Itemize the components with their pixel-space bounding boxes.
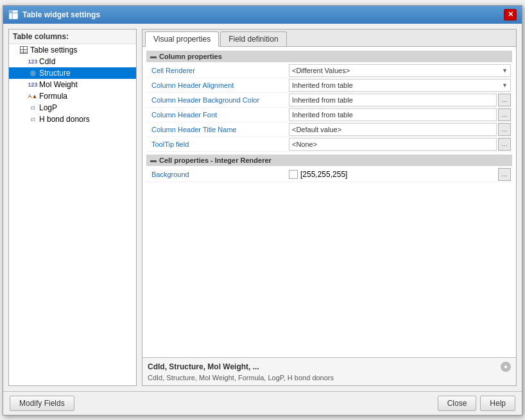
dropdown-arrow-icon: ▼ [502,67,508,74]
cdid-icon: 123 [28,58,37,65]
browse-btn-col-header-bg[interactable]: … [498,94,511,106]
section-toggle-column[interactable]: ▬ [150,53,157,60]
tree-item-label: CdId [39,57,55,66]
col-header-bg-value: Inherited from table [289,94,497,106]
tree-item-logp[interactable]: ct LogP [9,102,136,113]
tree-item-cdid[interactable]: 123 CdId [9,56,136,67]
tree-item-label: Mol Weight [39,80,78,89]
prop-value-container-tooltip: <None> … [288,137,512,151]
prop-row-col-header-title: Column Header Title Name <Default value>… [146,122,512,137]
browse-btn-tooltip[interactable]: … [498,138,511,151]
tree-item-label: Structure [39,69,71,78]
prop-label-col-header-font: Column Header Font [146,110,288,120]
tab-content-visual: ▬ Column properties Cell Renderer <Diffe… [142,47,516,357]
mol-weight-icon: 123 [28,81,37,88]
prop-row-background: Background [255,255,255] … [146,167,512,182]
tabs: Visual properties Field definition [142,29,516,47]
logp-icon: ct [28,105,37,111]
prop-row-cell-renderer: Cell Renderer <Different Values> ▼ [146,63,512,78]
prop-row-tooltip: ToolTip field <None> … [146,137,512,152]
background-row: [255,255,255] [289,170,347,179]
prop-value-container-col-header-title: <Default value> … [288,122,512,137]
tree-item-structure[interactable]: ◎ Structure [9,67,136,79]
color-swatch[interactable] [289,170,298,179]
prop-value-container-col-header-align: Inherited from table ▼ [288,78,512,92]
dialog: Table widget settings ✕ Table columns: T… [3,5,522,416]
prop-row-col-header-font: Column Header Font Inherited from table … [146,108,512,122]
formula-icon: A▲ [28,93,37,99]
section-header-cell: ▬ Cell properties - Integer Renderer [146,155,512,166]
tab-field[interactable]: Field definition [220,31,286,46]
prop-value-container-cell-renderer: <Different Values> ▼ [288,63,512,78]
col-header-font-value: Inherited from table [289,108,497,121]
prop-label-background: Background [146,169,288,180]
tooltip-value: <None> [289,138,497,151]
close-dialog-button[interactable]: Close [438,396,477,411]
section-label-cell: Cell properties - Integer Renderer [159,156,271,164]
cell-renderer-value: <Different Values> [292,67,350,74]
dialog-title: Table widget settings [22,10,100,19]
left-panel: Table columns: Table settings 123 CdId ◎… [8,29,137,386]
prop-row-col-header-bg: Column Header Background Color Inherited… [146,93,512,108]
tree-item-table-settings[interactable]: Table settings [9,44,136,56]
summary-info-icon: ● [501,362,511,372]
tree-item-formula[interactable]: A▲ Formula [9,90,136,102]
browse-btn-col-header-title[interactable]: … [498,123,511,136]
dialog-body: Table columns: Table settings 123 CdId ◎… [3,24,522,391]
prop-value-container-col-header-bg: Inherited from table … [288,93,512,107]
browse-btn-col-header-font[interactable]: … [498,108,511,121]
tree-item-hbond[interactable]: ct H bond donors [9,113,136,125]
section-toggle-cell[interactable]: ▬ [150,156,157,164]
col-header-align-dropdown[interactable]: Inherited from table ▼ [289,79,511,92]
summary-panel: CdId, Structure, Mol Weight, ... ● CdId,… [142,357,516,385]
tree-item-label: LogP [39,103,57,112]
background-value: [255,255,255] [300,170,347,179]
close-button[interactable]: ✕ [504,9,517,21]
prop-label-col-header-align: Column Header Alignment [146,80,288,90]
table-settings-icon [19,46,28,54]
svg-rect-3 [10,11,12,12]
prop-label-col-header-bg: Column Header Background Color [146,95,288,105]
section-label-column: Column properties [159,53,222,60]
tree-item-label: H bond donors [39,115,90,124]
help-button[interactable]: Help [480,396,515,411]
modify-fields-button[interactable]: Modify Fields [10,396,74,411]
tab-visual[interactable]: Visual properties [145,31,219,47]
structure-icon: ◎ [28,69,37,76]
prop-value-container-background: [255,255,255] … [288,167,512,181]
title-bar-left: Table widget settings [8,10,100,20]
prop-label-cell-renderer: Cell Renderer [146,65,288,76]
tree-item-label: Formula [39,92,67,101]
footer-right: Close Help [438,396,515,411]
right-panel: Visual properties Field definition ▬ Col… [142,29,517,386]
summary-title-row: CdId, Structure, Mol Weight, ... ● [148,362,511,372]
tree-item-label: Table settings [30,46,77,55]
cell-renderer-dropdown[interactable]: <Different Values> ▼ [289,64,511,77]
tree-item-mol-weight[interactable]: 123 Mol Weight [9,79,136,90]
dialog-footer: Modify Fields Close Help [3,391,522,415]
col-header-align-value: Inherited from table [292,81,353,89]
dialog-icon [8,10,19,20]
prop-label-col-header-title: Column Header Title Name [146,124,288,135]
summary-text: CdId, Structure, Mol Weight, Formula, Lo… [148,374,511,382]
prop-value-container-col-header-font: Inherited from table … [288,108,512,122]
hbond-icon: ct [28,116,37,122]
dropdown-arrow-icon: ▼ [502,82,508,88]
prop-label-tooltip: ToolTip field [146,139,288,149]
title-bar: Table widget settings ✕ [3,6,522,24]
left-panel-title: Table columns: [9,29,136,44]
prop-row-col-header-align: Column Header Alignment Inherited from t… [146,78,512,93]
summary-title: CdId, Structure, Mol Weight, ... [148,362,259,371]
col-header-title-value: <Default value> [289,123,497,136]
browse-btn-background[interactable]: … [498,168,511,181]
section-header-column: ▬ Column properties [146,51,512,62]
